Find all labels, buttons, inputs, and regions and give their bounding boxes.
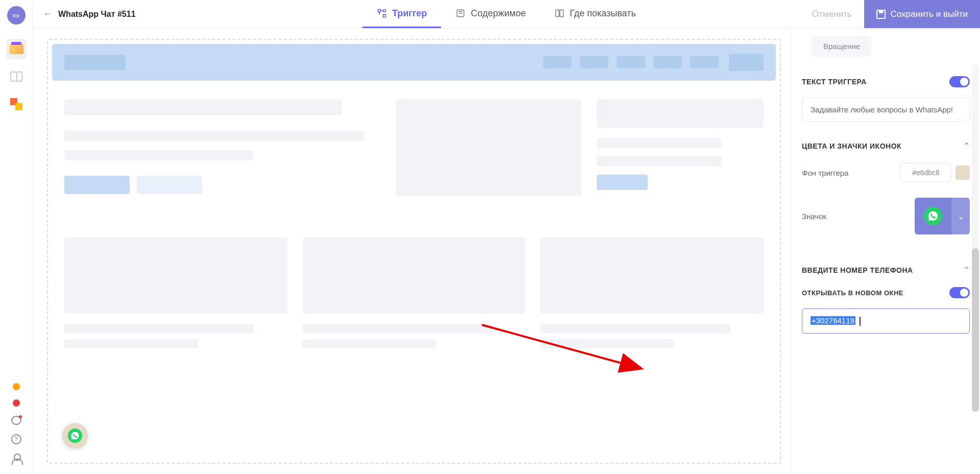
sidebar-left: my ? xyxy=(0,0,33,474)
display-icon xyxy=(554,8,565,18)
tab-display[interactable]: Где показывать xyxy=(540,0,650,28)
trigger-icon xyxy=(377,8,387,18)
tab-content[interactable]: Содержимое xyxy=(442,0,541,28)
status-dot-orange[interactable] xyxy=(13,383,20,390)
page-title: WhatsApp Чат #511 xyxy=(58,10,136,19)
sidebar-layout-icon[interactable] xyxy=(6,66,27,87)
trigger-text-toggle[interactable] xyxy=(949,76,970,87)
trigger-text-input[interactable] xyxy=(802,98,970,122)
tab-trigger[interactable]: Триггер xyxy=(362,0,441,28)
bg-color-swatch[interactable] xyxy=(955,165,970,180)
sidebar-apps-icon[interactable] xyxy=(6,94,27,114)
svg-rect-4 xyxy=(556,10,559,16)
svg-rect-5 xyxy=(560,10,564,16)
open-new-window-label: ОТКРЫВАТЬ В НОВОМ ОКНЕ xyxy=(802,289,903,297)
chevron-up-icon[interactable]: ⌃ xyxy=(963,141,970,151)
settings-panel: Вращение ТЕКСТ ТРИГГЕРА ЦВЕТА И ЗНАЧКИ И… xyxy=(791,29,980,474)
whatsapp-icon xyxy=(924,207,942,225)
tab-trigger-label: Триггер xyxy=(392,8,427,19)
svg-point-2 xyxy=(383,10,386,12)
mock-header xyxy=(52,44,776,81)
bg-color-hex[interactable]: #e6dbc8 xyxy=(900,163,951,182)
phone-input-value: +302764119 xyxy=(811,316,855,325)
icon-label: Значок xyxy=(802,212,826,221)
phone-heading: ВВЕДИТЕ НОМЕР ТЕЛЕФОНА xyxy=(802,266,913,274)
sidebar-widgets-icon[interactable] xyxy=(6,39,27,59)
cancel-button[interactable]: Отменить xyxy=(800,9,864,19)
svg-rect-1 xyxy=(383,15,386,17)
content-icon xyxy=(456,8,466,18)
text-cursor xyxy=(860,317,861,326)
colors-heading: ЦВЕТА И ЗНАЧКИ ИКОНОК xyxy=(802,142,901,150)
rotation-button[interactable]: Вращение xyxy=(812,36,871,57)
tab-display-label: Где показывать xyxy=(570,8,636,19)
save-button-label: Сохранить и выйти xyxy=(891,9,968,19)
phone-input[interactable]: +302764119 xyxy=(802,309,970,334)
status-dot-red[interactable] xyxy=(13,399,20,407)
avatar[interactable]: my xyxy=(7,6,26,25)
back-arrow-icon[interactable]: ← xyxy=(43,9,52,19)
tab-content-label: Содержимое xyxy=(471,8,526,19)
save-icon xyxy=(876,10,886,19)
whatsapp-trigger-preview[interactable] xyxy=(62,423,88,448)
chevron-up-icon[interactable]: ⌃ xyxy=(963,265,970,275)
icon-preview xyxy=(915,198,951,234)
icon-dropdown[interactable]: ⌄ xyxy=(951,198,970,234)
save-button[interactable]: Сохранить и выйти xyxy=(864,0,980,28)
open-new-window-toggle[interactable] xyxy=(949,287,970,298)
header: ← WhatsApp Чат #511 Триггер Содержимое Г… xyxy=(33,0,980,29)
user-icon[interactable] xyxy=(11,454,21,464)
bg-color-label: Фон триггера xyxy=(802,169,848,177)
help-icon[interactable]: ? xyxy=(11,434,21,444)
chat-icon[interactable] xyxy=(11,416,21,425)
svg-rect-0 xyxy=(378,10,381,12)
whatsapp-icon xyxy=(68,429,82,443)
preview-canvas xyxy=(33,29,791,474)
trigger-text-heading: ТЕКСТ ТРИГГЕРА xyxy=(802,78,867,86)
scrollbar-thumb[interactable] xyxy=(972,248,979,412)
